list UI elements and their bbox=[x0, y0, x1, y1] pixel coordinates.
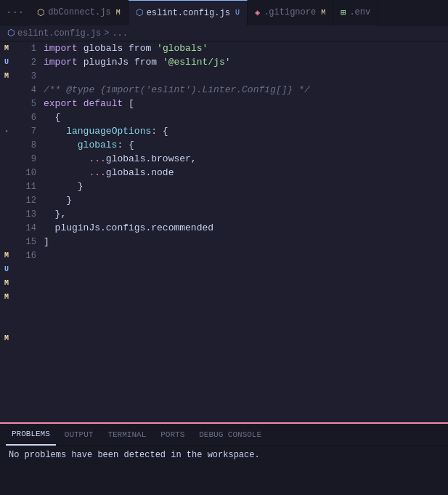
panel-tab-terminal[interactable]: TERMINAL bbox=[102, 424, 152, 446]
code-line-11: } bbox=[44, 180, 448, 193]
breadcrumb: ⬡ eslint.config.js > ... bbox=[0, 25, 448, 41]
panel-tab-problems[interactable]: PROBLEMS bbox=[6, 424, 56, 446]
tab-eslintconfig-modified: U bbox=[235, 9, 240, 17]
gutter-line-13 bbox=[0, 207, 13, 221]
tab-dbconnect-label: dbConnect.js bbox=[48, 7, 110, 17]
panel-tab-debug-console[interactable]: DEBUG CONSOLE bbox=[193, 424, 267, 446]
line-num-7: 7 bbox=[13, 124, 36, 138]
breadcrumb-separator: > bbox=[104, 28, 109, 39]
code-line-5: export default [ bbox=[44, 97, 448, 110]
env-tab-icon: ⊞ bbox=[341, 7, 346, 18]
line-num-11: 11 bbox=[13, 180, 36, 193]
gutter-line-7: ● bbox=[0, 124, 13, 138]
tab-gitignore[interactable]: ◈ .gitignore M bbox=[248, 0, 333, 25]
line-num-8: 8 bbox=[13, 138, 36, 152]
line-num-3: 3 bbox=[13, 69, 36, 83]
gutter-line-18: M bbox=[0, 276, 13, 290]
kw-import-2: import bbox=[44, 57, 78, 68]
line-num-15: 15 bbox=[13, 235, 36, 249]
gutter-line-8 bbox=[0, 138, 13, 152]
line-numbers: 1 2 3 4 5 6 7 8 9 10 11 12 13 14 15 16 bbox=[13, 41, 41, 422]
code-line-2: import pluginJs from '@eslint/js' bbox=[44, 55, 448, 69]
line-num-2: 2 bbox=[13, 55, 36, 69]
line-num-5: 5 bbox=[13, 97, 36, 110]
breadcrumb-more[interactable]: ... bbox=[112, 28, 128, 39]
code-line-12: } bbox=[44, 193, 448, 207]
tab-bar: ··· ⬡ dbConnect.js M ⬡ eslint.config.js … bbox=[0, 0, 448, 25]
gutter-line-20 bbox=[0, 304, 13, 318]
bottom-panel: PROBLEMS OUTPUT TERMINAL PORTS DEBUG CON… bbox=[0, 422, 448, 495]
gutter-line-5 bbox=[0, 97, 13, 110]
gutter-line-10 bbox=[0, 166, 13, 180]
tab-eslintconfig-label: eslint.config.js bbox=[147, 8, 230, 18]
panel-tab-output[interactable]: OUTPUT bbox=[59, 424, 99, 446]
gutter-line-9 bbox=[0, 152, 13, 166]
gutter-line-12 bbox=[0, 193, 13, 207]
tab-env[interactable]: ⊞ .env bbox=[333, 0, 378, 25]
line-num-14: 14 bbox=[13, 221, 36, 235]
line-num-6: 6 bbox=[13, 110, 36, 124]
gutter-line-1: M bbox=[0, 41, 13, 55]
gutter-line-15 bbox=[0, 235, 13, 249]
tab-eslintconfig[interactable]: ⬡ eslint.config.js U bbox=[129, 0, 248, 25]
kw-import-1: import bbox=[44, 43, 78, 54]
breadcrumb-file-icon: ⬡ bbox=[7, 28, 15, 39]
breadcrumb-filename[interactable]: eslint.config.js bbox=[17, 28, 101, 39]
code-line-15: ] bbox=[44, 235, 448, 249]
tab-dbconnect[interactable]: ⬡ dbConnect.js M bbox=[30, 0, 128, 25]
panel-tab-bar: PROBLEMS OUTPUT TERMINAL PORTS DEBUG CON… bbox=[0, 424, 448, 446]
gutter-line-4 bbox=[0, 83, 13, 97]
tab-gitignore-modified: M bbox=[321, 9, 325, 17]
tab-env-label: .env bbox=[349, 7, 370, 17]
code-line-8: globals: { bbox=[44, 138, 448, 152]
line-num-9: 9 bbox=[13, 152, 36, 166]
tab-dbconnect-modified: M bbox=[116, 9, 121, 17]
editor-area: M U M ● M U M M M 1 2 3 4 5 6 7 8 9 10 1… bbox=[0, 41, 448, 422]
line-num-1: 1 bbox=[13, 41, 36, 55]
line-num-10: 10 bbox=[13, 166, 36, 180]
git-gutter: M U M ● M U M M M bbox=[0, 41, 13, 422]
eslint-tab-icon: ⬡ bbox=[136, 7, 143, 18]
code-line-3 bbox=[44, 69, 448, 83]
gutter-line-16: M bbox=[0, 249, 13, 262]
code-line-6: { bbox=[44, 110, 448, 124]
code-line-10: ...globals.node bbox=[44, 166, 448, 180]
line-num-4: 4 bbox=[13, 83, 36, 97]
code-line-9: ...globals.browser, bbox=[44, 152, 448, 166]
gutter-line-14 bbox=[0, 221, 13, 235]
code-line-16 bbox=[44, 249, 448, 262]
gutter-line-3: M bbox=[0, 69, 13, 83]
line-num-16: 16 bbox=[13, 249, 36, 262]
line-num-12: 12 bbox=[13, 193, 36, 207]
code-line-1: import globals from 'globals' bbox=[44, 41, 448, 55]
gutter-line-17: U bbox=[0, 262, 13, 276]
gutter-line-22: M bbox=[0, 331, 13, 345]
code-line-13: }, bbox=[44, 207, 448, 221]
db-icon: ⬡ bbox=[37, 7, 44, 18]
gutter-line-11 bbox=[0, 180, 13, 193]
line-num-13: 13 bbox=[13, 207, 36, 221]
gutter-line-19: M bbox=[0, 290, 13, 304]
gutter-line-2: U bbox=[0, 55, 13, 69]
no-problems-message: No problems have been detected in the wo… bbox=[9, 450, 260, 460]
git-tab-icon: ◈ bbox=[255, 7, 260, 18]
panel-tab-ports[interactable]: PORTS bbox=[155, 424, 190, 446]
code-line-4: /** @type {import('eslint').Linter.Confi… bbox=[44, 83, 448, 97]
tab-bar-dots[interactable]: ··· bbox=[0, 7, 30, 18]
panel-content: No problems have been detected in the wo… bbox=[0, 446, 448, 464]
gutter-line-21 bbox=[0, 318, 13, 331]
code-line-14: pluginJs.configs.recommended bbox=[44, 221, 448, 235]
code-editor[interactable]: import globals from 'globals' import plu… bbox=[41, 41, 448, 422]
gutter-line-6 bbox=[0, 110, 13, 124]
code-line-7: languageOptions: { bbox=[44, 124, 448, 138]
tab-gitignore-label: .gitignore bbox=[264, 7, 316, 17]
